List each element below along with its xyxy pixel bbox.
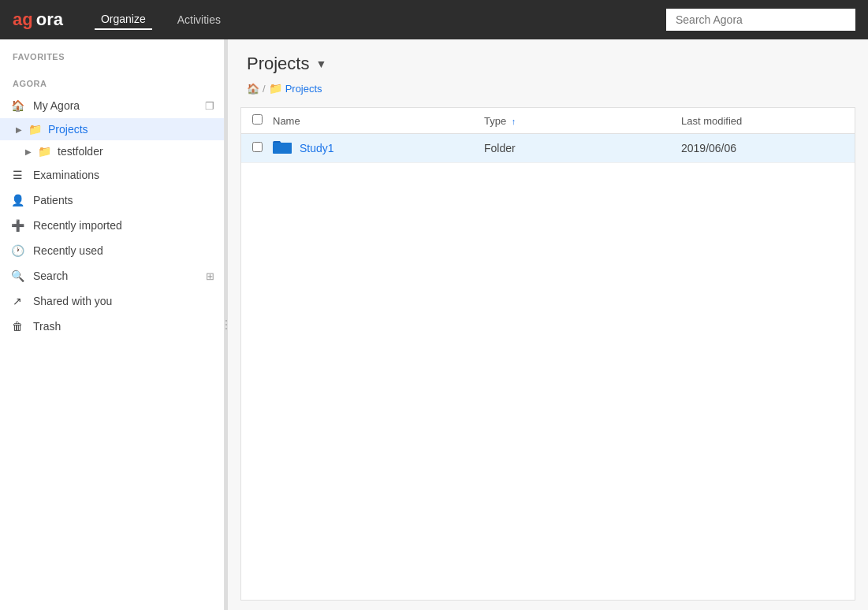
folder-icon-projects: 📁 [28, 123, 42, 136]
sidebar-item-search[interactable]: 🔍 Search ⊞ [0, 263, 224, 288]
chevron-right-icon: ▶ [16, 125, 22, 134]
logo: agora [13, 9, 63, 30]
person-icon: 👤 [9, 194, 25, 206]
patients-label: Patients [33, 194, 214, 206]
copy-icon[interactable]: ❐ [205, 100, 214, 112]
my-agora-label: My Agora [33, 99, 197, 112]
main-header: Projects ▼ 🏠 / 📁 Projects [228, 39, 868, 98]
sidebar-item-recently-used[interactable]: 🕐 Recently used [0, 238, 224, 263]
dropdown-arrow-icon[interactable]: ▼ [315, 58, 326, 70]
table-row[interactable]: Study1 Folder 2019/06/06 [241, 134, 855, 163]
logo-text: ag [13, 9, 33, 30]
sidebar-item-trash[interactable]: 🗑 Trash [0, 314, 224, 339]
topnav: agora Organize Activities [0, 0, 868, 39]
sidebar-item-my-agora[interactable]: 🏠 My Agora ❐ [0, 93, 224, 118]
recently-used-label: Recently used [33, 244, 214, 257]
sidebar-item-projects[interactable]: ▶ 📁 Projects [0, 118, 224, 140]
recently-imported-label: Recently imported [33, 219, 214, 232]
testfolder-label: testfolder [58, 145, 103, 158]
search-input[interactable] [666, 9, 855, 31]
resize-dot [225, 328, 227, 329]
sidebar-item-recently-imported[interactable]: ➕ Recently imported [0, 213, 224, 238]
list-icon: ☰ [9, 169, 25, 181]
file-list-container: Name Type ↑ Last modified [240, 107, 855, 601]
breadcrumb: 🏠 / 📁 Projects [247, 82, 849, 95]
breadcrumb-home-icon[interactable]: 🏠 [247, 83, 259, 95]
resize-dot [225, 320, 227, 322]
file-list-header: Name Type ↑ Last modified [241, 108, 855, 134]
import-icon: ➕ [9, 219, 25, 232]
checkbox-all[interactable] [252, 114, 263, 125]
sidebar-item-examinations[interactable]: ☰ Examinations [0, 162, 224, 188]
col-header-type[interactable]: Type ↑ [484, 115, 681, 127]
sidebar: FAVORITES AGORA 🏠 My Agora ❐ ▶ 📁 Project… [0, 39, 225, 610]
layout: FAVORITES AGORA 🏠 My Agora ❐ ▶ 📁 Project… [0, 39, 868, 610]
share-icon: ↗ [9, 295, 25, 307]
clock-icon: 🕐 [9, 244, 25, 257]
search-label: Search [33, 270, 198, 282]
shared-label: Shared with you [33, 295, 214, 307]
col-header-name[interactable]: Name [273, 115, 484, 127]
file-name-text[interactable]: Study1 [300, 142, 334, 154]
folder-icon-testfolder: 📁 [38, 145, 51, 158]
projects-label: Projects [48, 123, 88, 136]
breadcrumb-projects-link[interactable]: Projects [285, 83, 322, 95]
breadcrumb-separator: / [263, 83, 266, 95]
search-icon: 🔍 [9, 270, 25, 282]
page-title-row: Projects ▼ [247, 54, 849, 74]
examinations-label: Examinations [33, 169, 214, 181]
checkbox-row[interactable] [252, 142, 263, 152]
col-header-modified[interactable]: Last modified [681, 115, 855, 127]
favorites-label: FAVORITES [0, 39, 224, 66]
sidebar-item-testfolder[interactable]: ▶ 📁 testfolder [0, 140, 224, 162]
select-all-checkbox[interactable] [241, 114, 273, 127]
row-checkbox[interactable] [241, 142, 273, 154]
sort-indicator: ↑ [512, 117, 516, 126]
sidebar-item-patients[interactable]: 👤 Patients [0, 188, 224, 213]
file-name-cell: Study1 [273, 140, 484, 156]
breadcrumb-folder-icon: 📁 [269, 82, 282, 95]
folder-icon [273, 140, 292, 156]
nav-activities[interactable]: Activities [171, 10, 227, 29]
chevron-right-icon-2: ▶ [25, 147, 32, 156]
agora-label: AGORA [0, 66, 224, 93]
col-type-label: Type [484, 115, 506, 127]
svg-rect-0 [273, 143, 292, 154]
nav-organize[interactable]: Organize [95, 9, 152, 30]
resize-dot [225, 324, 227, 325]
trash-label: Trash [33, 320, 214, 333]
main-content: Projects ▼ 🏠 / 📁 Projects Name Type ↑ [228, 39, 868, 610]
home-icon: 🏠 [9, 99, 25, 112]
page-title: Projects [247, 54, 309, 74]
file-date-cell: 2019/06/06 [681, 142, 855, 154]
file-type-cell: Folder [484, 142, 681, 154]
grid-icon[interactable]: ⊞ [206, 270, 214, 282]
logo-text-rest: ora [36, 9, 63, 30]
trash-icon: 🗑 [9, 320, 25, 333]
sidebar-item-shared[interactable]: ↗ Shared with you [0, 288, 224, 314]
